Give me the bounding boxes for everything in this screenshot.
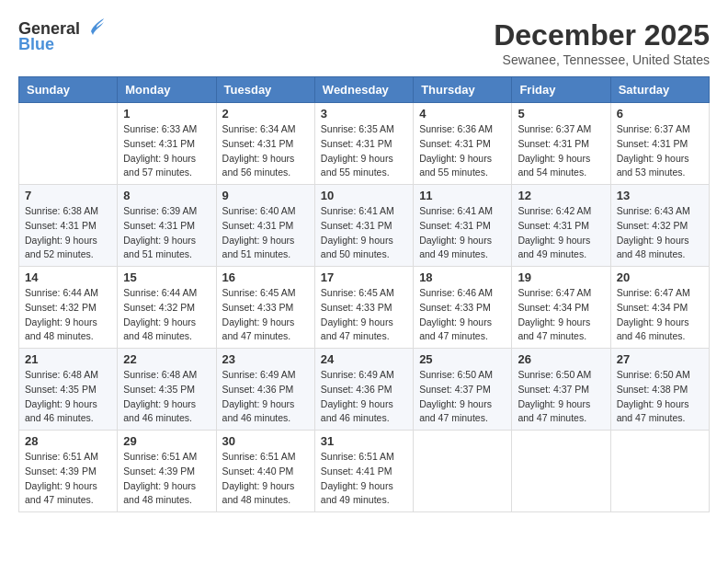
calendar-cell: 29 Sunrise: 6:51 AMSunset: 4:39 PMDaylig… bbox=[118, 431, 216, 512]
calendar-cell bbox=[512, 431, 610, 512]
calendar-week-row: 1 Sunrise: 6:33 AMSunset: 4:31 PMDayligh… bbox=[19, 103, 710, 185]
calendar-cell: 13 Sunrise: 6:43 AMSunset: 4:32 PMDaylig… bbox=[610, 185, 709, 267]
day-number: 8 bbox=[123, 189, 210, 202]
day-number: 25 bbox=[419, 352, 506, 366]
day-number: 12 bbox=[518, 189, 604, 202]
calendar-cell: 1 Sunrise: 6:33 AMSunset: 4:31 PMDayligh… bbox=[118, 103, 216, 185]
calendar-week-row: 28 Sunrise: 6:51 AMSunset: 4:39 PMDaylig… bbox=[19, 431, 710, 512]
day-number: 26 bbox=[518, 352, 604, 366]
calendar-cell: 12 Sunrise: 6:42 AMSunset: 4:31 PMDaylig… bbox=[512, 185, 610, 267]
day-number: 1 bbox=[123, 107, 210, 121]
day-info: Sunrise: 6:37 AMSunset: 4:31 PMDaylight:… bbox=[518, 123, 591, 178]
day-number: 31 bbox=[321, 434, 407, 448]
day-number: 20 bbox=[617, 270, 703, 284]
day-number: 24 bbox=[321, 352, 407, 366]
day-number: 9 bbox=[222, 189, 309, 202]
day-info: Sunrise: 6:44 AMSunset: 4:32 PMDaylight:… bbox=[123, 287, 197, 341]
day-info: Sunrise: 6:47 AMSunset: 4:34 PMDaylight:… bbox=[617, 287, 690, 341]
calendar-cell: 5 Sunrise: 6:37 AMSunset: 4:31 PMDayligh… bbox=[512, 103, 610, 185]
day-number: 5 bbox=[518, 107, 604, 121]
day-info: Sunrise: 6:47 AMSunset: 4:34 PMDaylight:… bbox=[518, 287, 591, 341]
calendar-cell: 17 Sunrise: 6:45 AMSunset: 4:33 PMDaylig… bbox=[314, 267, 413, 349]
day-info: Sunrise: 6:45 AMSunset: 4:33 PMDaylight:… bbox=[222, 287, 296, 341]
day-info: Sunrise: 6:44 AMSunset: 4:32 PMDaylight:… bbox=[25, 287, 98, 341]
day-info: Sunrise: 6:48 AMSunset: 4:35 PMDaylight:… bbox=[123, 369, 197, 423]
calendar-cell: 9 Sunrise: 6:40 AMSunset: 4:31 PMDayligh… bbox=[216, 185, 314, 267]
day-number: 7 bbox=[25, 189, 111, 202]
calendar-cell: 31 Sunrise: 6:51 AMSunset: 4:41 PMDaylig… bbox=[314, 431, 413, 512]
calendar-cell: 3 Sunrise: 6:35 AMSunset: 4:31 PMDayligh… bbox=[314, 103, 413, 185]
day-info: Sunrise: 6:35 AMSunset: 4:31 PMDaylight:… bbox=[321, 123, 394, 178]
day-info: Sunrise: 6:38 AMSunset: 4:31 PMDaylight:… bbox=[25, 205, 98, 259]
calendar-cell: 21 Sunrise: 6:48 AMSunset: 4:35 PMDaylig… bbox=[19, 349, 118, 431]
calendar-cell: 4 Sunrise: 6:36 AMSunset: 4:31 PMDayligh… bbox=[414, 103, 512, 185]
logo: General Blue bbox=[18, 18, 104, 54]
day-info: Sunrise: 6:49 AMSunset: 4:36 PMDaylight:… bbox=[222, 369, 296, 423]
day-info: Sunrise: 6:45 AMSunset: 4:33 PMDaylight:… bbox=[321, 287, 394, 341]
calendar-cell: 10 Sunrise: 6:41 AMSunset: 4:31 PMDaylig… bbox=[314, 185, 413, 267]
calendar-cell: 27 Sunrise: 6:50 AMSunset: 4:38 PMDaylig… bbox=[610, 349, 709, 431]
day-header-saturday: Saturday bbox=[610, 77, 709, 103]
day-number: 2 bbox=[222, 107, 309, 121]
calendar-week-row: 21 Sunrise: 6:48 AMSunset: 4:35 PMDaylig… bbox=[19, 349, 710, 431]
calendar-cell: 25 Sunrise: 6:50 AMSunset: 4:37 PMDaylig… bbox=[414, 349, 512, 431]
day-info: Sunrise: 6:41 AMSunset: 4:31 PMDaylight:… bbox=[321, 205, 394, 259]
calendar-table: SundayMondayTuesdayWednesdayThursdayFrid… bbox=[18, 76, 710, 512]
day-info: Sunrise: 6:46 AMSunset: 4:33 PMDaylight:… bbox=[419, 287, 493, 341]
day-info: Sunrise: 6:50 AMSunset: 4:37 PMDaylight:… bbox=[419, 369, 493, 423]
calendar-cell bbox=[19, 103, 118, 185]
day-number: 3 bbox=[321, 107, 407, 121]
day-number: 17 bbox=[321, 270, 407, 284]
day-number: 11 bbox=[419, 189, 506, 202]
day-info: Sunrise: 6:51 AMSunset: 4:41 PMDaylight:… bbox=[321, 451, 394, 505]
calendar-cell: 2 Sunrise: 6:34 AMSunset: 4:31 PMDayligh… bbox=[216, 103, 314, 185]
day-number: 23 bbox=[222, 352, 309, 366]
location-text: Sewanee, Tennessee, United States bbox=[494, 52, 710, 67]
day-info: Sunrise: 6:50 AMSunset: 4:37 PMDaylight:… bbox=[518, 369, 591, 423]
calendar-cell: 22 Sunrise: 6:48 AMSunset: 4:35 PMDaylig… bbox=[118, 349, 216, 431]
day-number: 4 bbox=[419, 107, 506, 121]
calendar-cell: 23 Sunrise: 6:49 AMSunset: 4:36 PMDaylig… bbox=[216, 349, 314, 431]
day-info: Sunrise: 6:36 AMSunset: 4:31 PMDaylight:… bbox=[419, 123, 493, 178]
day-header-tuesday: Tuesday bbox=[216, 77, 314, 103]
day-number: 27 bbox=[617, 352, 703, 366]
calendar-cell: 6 Sunrise: 6:37 AMSunset: 4:31 PMDayligh… bbox=[610, 103, 709, 185]
day-info: Sunrise: 6:48 AMSunset: 4:35 PMDaylight:… bbox=[25, 369, 98, 423]
day-number: 22 bbox=[123, 352, 210, 366]
calendar-cell bbox=[610, 431, 709, 512]
day-number: 16 bbox=[222, 270, 309, 284]
calendar-cell: 14 Sunrise: 6:44 AMSunset: 4:32 PMDaylig… bbox=[19, 267, 118, 349]
calendar-cell: 15 Sunrise: 6:44 AMSunset: 4:32 PMDaylig… bbox=[118, 267, 216, 349]
day-info: Sunrise: 6:33 AMSunset: 4:31 PMDaylight:… bbox=[123, 123, 197, 178]
day-number: 15 bbox=[123, 270, 210, 284]
day-info: Sunrise: 6:51 AMSunset: 4:39 PMDaylight:… bbox=[123, 451, 197, 505]
calendar-cell: 26 Sunrise: 6:50 AMSunset: 4:37 PMDaylig… bbox=[512, 349, 610, 431]
calendar-header-row: SundayMondayTuesdayWednesdayThursdayFrid… bbox=[19, 77, 710, 103]
day-info: Sunrise: 6:39 AMSunset: 4:31 PMDaylight:… bbox=[123, 205, 197, 259]
calendar-cell: 11 Sunrise: 6:41 AMSunset: 4:31 PMDaylig… bbox=[414, 185, 512, 267]
month-title: December 2025 bbox=[494, 18, 710, 52]
calendar-cell: 18 Sunrise: 6:46 AMSunset: 4:33 PMDaylig… bbox=[414, 267, 512, 349]
day-info: Sunrise: 6:43 AMSunset: 4:32 PMDaylight:… bbox=[617, 205, 690, 259]
day-header-sunday: Sunday bbox=[19, 77, 118, 103]
day-number: 29 bbox=[123, 434, 210, 448]
day-number: 30 bbox=[222, 434, 309, 448]
day-info: Sunrise: 6:42 AMSunset: 4:31 PMDaylight:… bbox=[518, 205, 591, 259]
day-number: 28 bbox=[25, 434, 111, 448]
calendar-cell: 19 Sunrise: 6:47 AMSunset: 4:34 PMDaylig… bbox=[512, 267, 610, 349]
calendar-cell: 16 Sunrise: 6:45 AMSunset: 4:33 PMDaylig… bbox=[216, 267, 314, 349]
day-info: Sunrise: 6:51 AMSunset: 4:39 PMDaylight:… bbox=[25, 451, 98, 505]
day-header-wednesday: Wednesday bbox=[314, 77, 413, 103]
day-number: 13 bbox=[617, 189, 703, 202]
calendar-cell: 24 Sunrise: 6:49 AMSunset: 4:36 PMDaylig… bbox=[314, 349, 413, 431]
day-info: Sunrise: 6:49 AMSunset: 4:36 PMDaylight:… bbox=[321, 369, 394, 423]
day-number: 18 bbox=[419, 270, 506, 284]
day-info: Sunrise: 6:37 AMSunset: 4:31 PMDaylight:… bbox=[617, 123, 690, 178]
calendar-cell: 28 Sunrise: 6:51 AMSunset: 4:39 PMDaylig… bbox=[19, 431, 118, 512]
day-info: Sunrise: 6:41 AMSunset: 4:31 PMDaylight:… bbox=[419, 205, 493, 259]
day-number: 19 bbox=[518, 270, 604, 284]
day-number: 21 bbox=[25, 352, 111, 366]
day-info: Sunrise: 6:51 AMSunset: 4:40 PMDaylight:… bbox=[222, 451, 296, 505]
logo-blue-text: Blue bbox=[18, 35, 54, 54]
day-header-thursday: Thursday bbox=[414, 77, 512, 103]
